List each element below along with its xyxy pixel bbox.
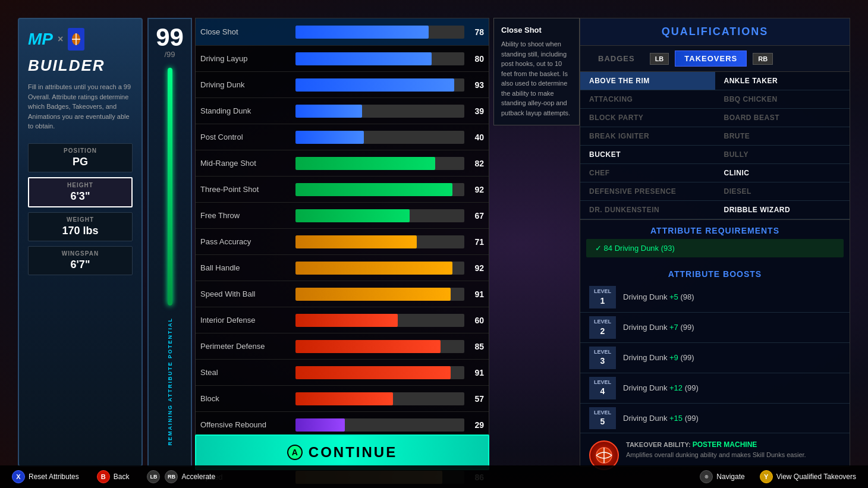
x-button-icon: X: [12, 470, 25, 483]
back-label: Back: [114, 473, 130, 481]
takeover-item-right[interactable]: DIESEL: [715, 182, 850, 201]
attr-name: Mid-Range Shot: [200, 159, 295, 168]
back-btn[interactable]: B Back: [97, 470, 130, 483]
continue-button[interactable]: A CONTINUE: [195, 435, 489, 470]
attr-value: 57: [469, 394, 484, 404]
level-box: LEVEL 4: [589, 377, 616, 399]
takeover-item-left[interactable]: DEFENSIVE PRESENCE: [580, 182, 715, 201]
attr-requirements-title: ATTRIBUTE REQUIREMENTS: [580, 220, 850, 239]
overall-display: 99 /99: [156, 25, 184, 59]
takeover-item-left[interactable]: BREAK IGNITER: [580, 127, 715, 146]
lb-button[interactable]: LB: [650, 53, 669, 65]
takeover-item-right[interactable]: BULLY: [715, 146, 850, 164]
boost-text: Driving Dunk +9 (99): [623, 353, 694, 362]
boost-row: LEVEL 4 Driving Dunk +12 (99): [580, 373, 850, 404]
takeover-ability-label: TAKEOVER ABILITY: POSTER MACHINE: [626, 440, 841, 449]
boost-row: LEVEL 3 Driving Dunk +9 (99): [580, 343, 850, 373]
attr-name: Driving Dunk: [200, 80, 295, 89]
attribute-row[interactable]: Mid-Range Shot 82: [196, 150, 489, 177]
attr-bar: [295, 105, 362, 118]
attribute-row[interactable]: Three-Point Shot 92: [196, 177, 489, 203]
wingspan-box: WINGSPAN 6'7": [28, 246, 133, 275]
tab-badges[interactable]: BADGES: [589, 51, 644, 66]
attr-name: Perimeter Defense: [200, 342, 295, 351]
attribute-row[interactable]: Steal 91: [196, 360, 489, 386]
attr-value: 92: [469, 185, 484, 194]
attribute-row[interactable]: Block 57: [196, 386, 489, 412]
attr-value: 85: [469, 342, 484, 351]
attr-bar-container: [295, 288, 464, 301]
accelerate-label: Accelerate: [181, 473, 215, 481]
takeover-item-right[interactable]: BOARD BEAST: [715, 109, 850, 127]
attribute-row[interactable]: Speed With Ball 91: [196, 281, 489, 307]
attribute-row[interactable]: Perimeter Defense 85: [196, 333, 489, 360]
level-box: LEVEL 2: [589, 316, 616, 339]
attr-bar: [295, 262, 452, 275]
takeover-item-left[interactable]: BUCKET: [580, 146, 715, 164]
rb-button[interactable]: RB: [753, 53, 773, 65]
attribute-row[interactable]: Post Control 40: [196, 124, 489, 150]
attr-name: Ball Handle: [200, 263, 295, 272]
left-panel: MP × BUILDER Fill in attributes until yo…: [18, 18, 143, 467]
b-button-icon: B: [97, 470, 110, 483]
nba-logo: [68, 28, 84, 51]
boost-row: LEVEL 2 Driving Dunk +7 (99): [580, 313, 850, 343]
takeover-item-right[interactable]: ANKLE TAKER: [715, 72, 850, 90]
rb-icon: RB: [165, 470, 178, 483]
takeover-item-left[interactable]: DR. DUNKENSTEIN: [580, 201, 715, 219]
attr-value: 92: [469, 263, 484, 273]
tabs-row: BADGES LB TAKEOVERS RB: [580, 46, 850, 72]
height-value: 6'3": [35, 190, 125, 203]
attr-bar: [295, 340, 441, 353]
attribute-row[interactable]: Close Shot 78: [196, 18, 489, 46]
navigate-label: Navigate: [716, 473, 744, 481]
takeover-item-right[interactable]: BRUTE: [715, 127, 850, 146]
attribute-row[interactable]: Standing Dunk 39: [196, 98, 489, 124]
boost-text: Driving Dunk +7 (99): [623, 323, 694, 332]
accelerate-btn[interactable]: LB RB Accelerate: [147, 470, 215, 483]
view-qualified-btn[interactable]: Y View Qualified Takeovers: [760, 470, 856, 483]
takeover-item-right[interactable]: BBQ CHICKEN: [715, 90, 850, 109]
reset-btn[interactable]: X Reset Attributes: [12, 470, 79, 483]
takeover-item-left[interactable]: BLOCK PARTY: [580, 109, 715, 127]
attribute-row[interactable]: Ball Handle 92: [196, 255, 489, 281]
attributes-list: Close Shot 78 Driving Layup 80 Driving D…: [196, 18, 489, 488]
attr-bar-container: [295, 26, 464, 39]
r-button-icon: ®: [700, 470, 713, 483]
attribute-row[interactable]: Driving Dunk 93: [196, 72, 489, 98]
description-text: Fill in attributes until you reach a 99 …: [28, 82, 133, 131]
weight-value: 170 lbs: [34, 225, 126, 237]
attribute-row[interactable]: Driving Layup 80: [196, 46, 489, 72]
attribute-row[interactable]: Interior Defense 60: [196, 307, 489, 333]
potential-label: REMAINING ATTRIBUTE POTENTIAL: [167, 317, 173, 446]
lb-icon: LB: [147, 470, 160, 483]
attr-name: Steal: [200, 368, 295, 377]
takeover-ability-desc: Amplifies overall dunking ability and ma…: [626, 451, 841, 459]
attr-name: Block: [200, 394, 295, 403]
takeover-item-left[interactable]: ATTACKING: [580, 90, 715, 109]
position-value: PG: [34, 156, 126, 168]
level-box: LEVEL 1: [589, 286, 616, 308]
attr-name: Close Shot: [200, 27, 295, 36]
attr-name: Speed With Ball: [200, 289, 295, 298]
attr-name: Standing Dunk: [200, 106, 295, 115]
potential-bar: [168, 68, 172, 306]
attr-bar: [295, 235, 417, 248]
attr-bar-container: [295, 235, 464, 248]
attr-value: 39: [469, 106, 484, 116]
attr-bar: [295, 183, 452, 196]
bottom-bar: X Reset Attributes B Back LB RB Accelera…: [0, 465, 868, 488]
attribute-row[interactable]: Free Throw 67: [196, 203, 489, 229]
takeover-item-right[interactable]: DRIBBLE WIZARD: [715, 201, 850, 219]
attributes-panel: Close Shot 78 Driving Layup 80 Driving D…: [195, 18, 489, 467]
logo: MP ×: [28, 28, 133, 51]
attribute-row[interactable]: Pass Accuracy 71: [196, 229, 489, 255]
tab-takeovers[interactable]: TAKEOVERS: [675, 51, 747, 67]
attr-value: 67: [469, 211, 484, 221]
takeover-item-left[interactable]: CHEF: [580, 164, 715, 182]
height-box: HEIGHT 6'3": [28, 177, 133, 207]
takeover-item-right[interactable]: CLINIC: [715, 164, 850, 182]
takeover-item-left[interactable]: ABOVE THE RIM: [580, 72, 715, 90]
boosts-list: LEVEL 1 Driving Dunk +5 (98) LEVEL 2 Dri…: [580, 282, 850, 433]
tooltip-description: Ability to shoot when standing still, in…: [501, 39, 572, 118]
